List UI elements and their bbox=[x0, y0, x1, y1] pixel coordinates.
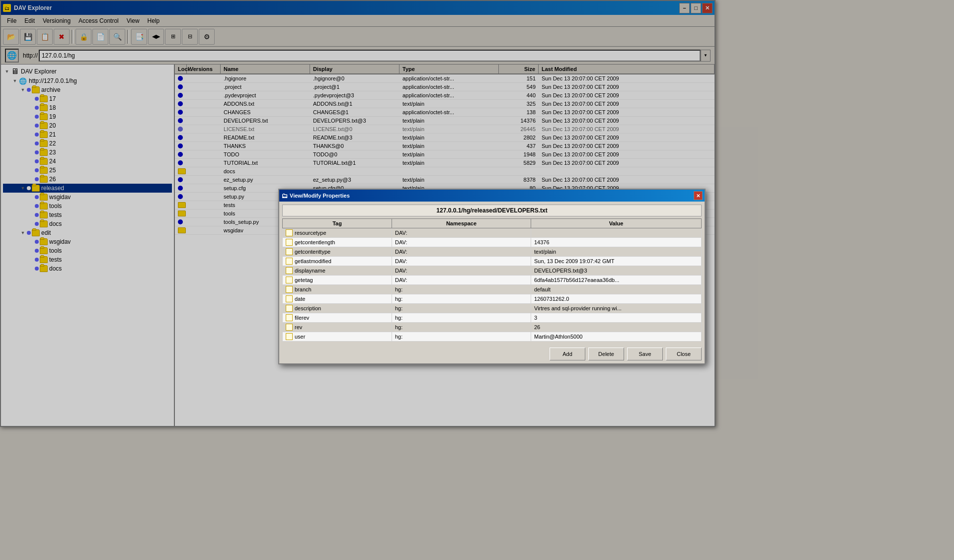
dialog-buttons: Add Delete Save Close bbox=[279, 345, 705, 363]
prop-icon bbox=[286, 324, 293, 331]
prop-icon bbox=[286, 305, 293, 312]
prop-tag: getetag bbox=[283, 276, 392, 285]
prop-tag: getcontenttype bbox=[283, 247, 392, 257]
prop-icon bbox=[286, 229, 293, 236]
prop-row-date[interactable]: date hg: 1260731262.0 bbox=[283, 294, 702, 304]
prop-row-branch[interactable]: branch hg: default bbox=[283, 285, 702, 294]
dialog-content: 127.0.0.1/hg/released/DEVELOPERS.txt Tag… bbox=[279, 202, 705, 345]
prop-icon bbox=[286, 286, 293, 293]
col-header-tag: Tag bbox=[283, 219, 392, 228]
dialog-file-path: 127.0.0.1/hg/released/DEVELOPERS.txt bbox=[282, 205, 702, 216]
prop-namespace: DAV: bbox=[392, 266, 531, 276]
prop-namespace: DAV: bbox=[392, 257, 531, 266]
prop-tag: getcontentlength bbox=[283, 238, 392, 247]
prop-value bbox=[531, 228, 702, 238]
prop-namespace: hg: bbox=[392, 323, 531, 332]
prop-row-getcontentlength[interactable]: getcontentlength DAV: 14376 bbox=[283, 238, 702, 247]
prop-value: Martin@Athlon5000 bbox=[531, 332, 702, 342]
prop-namespace: DAV: bbox=[392, 276, 531, 285]
prop-namespace: DAV: bbox=[392, 238, 531, 247]
prop-value: Virtres and sql-provider running wi... bbox=[531, 304, 702, 313]
prop-tag: rev bbox=[283, 323, 392, 332]
prop-value: default bbox=[531, 285, 702, 294]
dialog-title-label: View/Modify Properties bbox=[290, 193, 350, 199]
prop-value: 1260731262.0 bbox=[531, 294, 702, 304]
prop-icon bbox=[286, 267, 293, 274]
properties-dialog: 🗂 View/Modify Properties ✕ 127.0.0.1/hg/… bbox=[278, 189, 706, 364]
prop-value: 3 bbox=[531, 313, 702, 323]
prop-tag: resourcetype bbox=[283, 228, 392, 238]
prop-tag: filerev bbox=[283, 313, 392, 323]
add-button[interactable]: Add bbox=[550, 348, 585, 360]
dialog-app-icon: 🗂 bbox=[281, 192, 288, 200]
prop-value: 26 bbox=[531, 323, 702, 332]
prop-value: 6dfa4ab1577b56d127eaeaa36db... bbox=[531, 276, 702, 285]
prop-namespace: hg: bbox=[392, 304, 531, 313]
save-button[interactable]: Save bbox=[627, 348, 663, 360]
prop-namespace: hg: bbox=[392, 313, 531, 323]
prop-tag: displayname bbox=[283, 266, 392, 276]
prop-row-user[interactable]: user hg: Martin@Athlon5000 bbox=[283, 332, 702, 342]
dialog-title-text: 🗂 View/Modify Properties bbox=[281, 192, 350, 200]
prop-row-getcontenttype[interactable]: getcontenttype DAV: text/plain bbox=[283, 247, 702, 257]
prop-value: 14376 bbox=[531, 238, 702, 247]
delete-button[interactable]: Delete bbox=[588, 348, 624, 360]
prop-value: Sun, 13 Dec 2009 19:07:42 GMT bbox=[531, 257, 702, 266]
prop-value: text/plain bbox=[531, 247, 702, 257]
prop-tag: date bbox=[283, 294, 392, 304]
prop-row-getlastmodified[interactable]: getlastmodified DAV: Sun, 13 Dec 2009 19… bbox=[283, 257, 702, 266]
prop-namespace: DAV: bbox=[392, 247, 531, 257]
prop-icon bbox=[286, 277, 293, 283]
prop-icon bbox=[286, 314, 293, 321]
properties-table: Tag Namespace Value resourcetype DAV: ge… bbox=[282, 218, 702, 342]
prop-row-getetag[interactable]: getetag DAV: 6dfa4ab1577b56d127eaeaa36db… bbox=[283, 276, 702, 285]
dialog-close-x-button[interactable]: ✕ bbox=[694, 191, 703, 200]
dialog-title-bar: 🗂 View/Modify Properties ✕ bbox=[279, 190, 705, 202]
prop-tag: getlastmodified bbox=[283, 257, 392, 266]
prop-row-rev[interactable]: rev hg: 26 bbox=[283, 323, 702, 332]
prop-value: DEVELOPERS.txt@3 bbox=[531, 266, 702, 276]
prop-tag: description bbox=[283, 304, 392, 313]
prop-icon bbox=[286, 258, 293, 265]
prop-row-displayname[interactable]: displayname DAV: DEVELOPERS.txt@3 bbox=[283, 266, 702, 276]
prop-icon bbox=[286, 333, 293, 340]
col-header-value: Value bbox=[531, 219, 702, 228]
prop-namespace: hg: bbox=[392, 285, 531, 294]
prop-namespace: hg: bbox=[392, 294, 531, 304]
prop-icon bbox=[286, 295, 293, 302]
prop-icon bbox=[286, 239, 293, 246]
prop-row-description[interactable]: description hg: Virtres and sql-provider… bbox=[283, 304, 702, 313]
prop-icon bbox=[286, 248, 293, 255]
prop-row-filerev[interactable]: filerev hg: 3 bbox=[283, 313, 702, 323]
prop-tag: user bbox=[283, 332, 392, 342]
close-dialog-button[interactable]: Close bbox=[666, 348, 702, 360]
col-header-namespace: Namespace bbox=[392, 219, 531, 228]
prop-namespace: DAV: bbox=[392, 228, 531, 238]
prop-tag: branch bbox=[283, 285, 392, 294]
prop-namespace: hg: bbox=[392, 332, 531, 342]
prop-row-resourcetype[interactable]: resourcetype DAV: bbox=[283, 228, 702, 238]
